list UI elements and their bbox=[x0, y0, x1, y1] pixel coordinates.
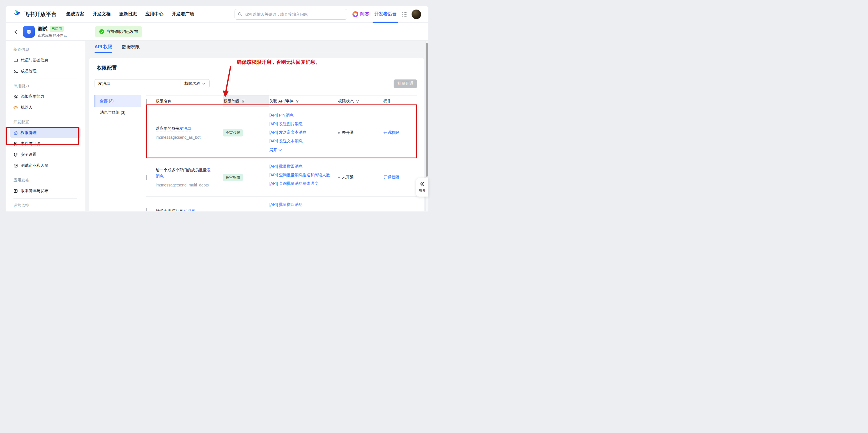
permission-search-input[interactable] bbox=[95, 80, 180, 88]
api-link[interactable]: [API] 批量撤回消息 bbox=[269, 200, 338, 209]
nav-links: 集成方案 开发文档 更新日志 应用中心 开发者广场 bbox=[66, 11, 194, 17]
qa-label: 问答 bbox=[360, 11, 369, 17]
nav-link-integration[interactable]: 集成方案 bbox=[66, 11, 84, 17]
top-navbar: 飞书开放平台 集成方案 开发文档 更新日志 应用中心 开发者广场 问答 bbox=[6, 6, 428, 23]
qa-ring-icon bbox=[352, 11, 358, 17]
api-link[interactable]: [API] 发送图片消息 bbox=[269, 120, 338, 128]
back-icon[interactable] bbox=[13, 29, 19, 34]
active-tab-underline bbox=[373, 22, 398, 23]
chevron-down-icon bbox=[202, 83, 205, 85]
nav-link-app-center[interactable]: 应用中心 bbox=[145, 11, 163, 17]
table-row: 给一个或多个部门的成员批量发消息 im:message:send_multi_d… bbox=[146, 158, 417, 197]
search-field-select[interactable]: 权限名称 bbox=[180, 80, 209, 88]
nav-link-docs[interactable]: 开发文档 bbox=[93, 11, 111, 17]
app-name: 测试 bbox=[38, 26, 48, 32]
permission-table: 权限名称 权限等级 关联 API/事件 权限状态 bbox=[146, 95, 417, 211]
enable-permission-link[interactable]: 开通权限 bbox=[383, 130, 399, 135]
bookmark-plus-icon bbox=[13, 142, 18, 146]
feishu-logo-icon bbox=[13, 9, 21, 19]
api-link[interactable]: [API] 查询批量消息推送和阅读人数 bbox=[269, 171, 338, 179]
code-square-icon bbox=[13, 164, 18, 168]
app-window: 飞书开放平台 集成方案 开发文档 更新日志 应用中心 开发者广场 问答 bbox=[6, 6, 428, 211]
qa-entry[interactable]: 问答 bbox=[352, 11, 369, 17]
enable-permission-link[interactable]: 开通权限 bbox=[383, 175, 399, 179]
sidebar-section-dev-config: 开发配置 bbox=[10, 117, 81, 127]
table-header: 权限名称 权限等级 关联 API/事件 权限状态 bbox=[146, 95, 417, 107]
sidebar-section-release: 应用发布 bbox=[10, 175, 81, 185]
sidebar-item-credentials[interactable]: 凭证与基础信息 bbox=[10, 55, 81, 66]
col-permission-name: 权限名称 bbox=[156, 95, 223, 107]
main-content: API 权限 数据权限 权限配置 权限名称 批量开通 全部 bbox=[85, 41, 428, 211]
search-input[interactable] bbox=[235, 9, 347, 20]
credential-card-icon bbox=[13, 58, 18, 63]
search-icon bbox=[238, 12, 242, 18]
expand-panel-label: 展开 bbox=[418, 188, 426, 193]
app-icon bbox=[23, 26, 35, 38]
permission-code: im:message:send_as_bot bbox=[156, 134, 213, 140]
col-action: 操作 bbox=[383, 95, 417, 107]
sidebar-section-capability: 应用能力 bbox=[10, 81, 81, 91]
chevron-down-icon bbox=[279, 149, 282, 151]
sidebar-item-security[interactable]: 安全设置 bbox=[10, 149, 81, 160]
permission-name-cell: 以应用的身份发消息 im:message:send_as_bot bbox=[156, 125, 223, 140]
permission-name-link[interactable]: 给一个或多个部门的成员批量发消息 bbox=[156, 168, 211, 179]
col-permission-level: 权限等级 bbox=[223, 95, 269, 107]
global-search bbox=[235, 9, 347, 20]
sidebar-item-version-release[interactable]: 版本管理与发布 bbox=[10, 185, 81, 196]
col-permission-status: 权限状态 bbox=[338, 95, 383, 107]
nav-link-changelog[interactable]: 更新日志 bbox=[119, 11, 137, 17]
check-circle-icon bbox=[99, 29, 104, 34]
tab-api-permission[interactable]: API 权限 bbox=[95, 44, 112, 50]
api-link[interactable]: [API] Pin 消息 bbox=[269, 111, 338, 120]
sidebar-item-bot[interactable]: 机器人 bbox=[10, 102, 81, 113]
permission-name-link[interactable]: 给多个用户批量发消息 bbox=[156, 208, 195, 211]
sidebar-item-events[interactable]: 事件与回调 bbox=[10, 138, 81, 149]
filter-all[interactable]: 全部 (3) bbox=[95, 95, 142, 107]
sidebar-item-add-capability[interactable]: 添加应用能力 bbox=[10, 91, 81, 102]
status-cell: 未开通 bbox=[338, 130, 383, 135]
sidebar-section-basic: 基础信息 bbox=[10, 45, 81, 55]
row-checkbox[interactable] bbox=[146, 208, 147, 211]
status-dot bbox=[338, 177, 340, 178]
filter-funnel-icon[interactable] bbox=[241, 99, 245, 103]
row-checkbox[interactable] bbox=[146, 130, 147, 135]
filter-message-group[interactable]: 消息与群组 (3) bbox=[95, 107, 142, 118]
sidebar-divider bbox=[13, 198, 77, 199]
api-link[interactable]: [API] 查询批量消息推送和阅读 bbox=[269, 209, 338, 211]
filter-funnel-icon[interactable] bbox=[356, 99, 360, 103]
tab-data-permission[interactable]: 数据权限 bbox=[122, 44, 140, 50]
api-link[interactable]: [API] 查询批量消息整体进度 bbox=[269, 179, 338, 188]
expand-panel-button[interactable]: 展开 bbox=[416, 178, 428, 197]
expand-apis-link[interactable]: 展开 bbox=[269, 146, 338, 154]
permission-card: 权限配置 权限名称 批量开通 全部 (3) 消息与群组 (3) bbox=[89, 58, 424, 211]
sidebar-item-members[interactable]: 成员管理 bbox=[10, 66, 81, 77]
bulk-enable-button[interactable]: 批量开通 bbox=[394, 80, 417, 88]
app-header: 测试 已启用 正式应用@环界云 当前修改均已发布 bbox=[6, 23, 428, 41]
tab-developer-console[interactable]: 开发者后台 bbox=[374, 6, 397, 23]
api-link[interactable]: [API] 发送富文本消息 bbox=[269, 128, 338, 137]
shield-check-icon bbox=[13, 152, 18, 157]
avatar[interactable] bbox=[411, 9, 421, 19]
brand[interactable]: 飞书开放平台 bbox=[13, 9, 57, 19]
api-link[interactable]: [API] 发送文本消息 bbox=[269, 137, 338, 145]
sidebar-item-test-enterprise[interactable]: 测试企业和人员 bbox=[10, 160, 81, 171]
publish-status-text: 当前修改均已发布 bbox=[106, 29, 138, 34]
annotation-text: 确保该权限开启，否则无法回复消息。 bbox=[237, 59, 320, 65]
apps-grid-icon[interactable] bbox=[402, 12, 406, 17]
sidebar-item-permissions[interactable]: 权限管理 bbox=[10, 127, 81, 138]
app-subtitle: 正式应用@环界云 bbox=[38, 33, 67, 38]
filter-funnel-icon[interactable] bbox=[296, 99, 299, 103]
row-checkbox[interactable] bbox=[146, 175, 147, 180]
sidebar: 基础信息 凭证与基础信息 成员管理 应用能力 添加应用能力 机器人 开发配置 bbox=[6, 41, 85, 211]
related-api-cell: [API] 批量撤回消息 [API] 查询批量消息推送和阅读 bbox=[269, 197, 338, 211]
api-link[interactable]: [API] 批量撤回消息 bbox=[269, 162, 338, 171]
grid-plus-icon bbox=[13, 94, 18, 99]
select-all-checkbox[interactable] bbox=[146, 99, 147, 104]
nav-link-dev-plaza[interactable]: 开发者广场 bbox=[172, 11, 194, 17]
sidebar-section-monitoring: 运营监控 bbox=[10, 201, 81, 211]
page-title: 权限配置 bbox=[97, 65, 117, 71]
col-related-api: 关联 API/事件 bbox=[269, 95, 338, 107]
upload-square-icon bbox=[13, 189, 18, 193]
permission-name-link[interactable]: 以应用的身份发消息 bbox=[156, 126, 191, 132]
scrollbar-thumb[interactable] bbox=[426, 43, 428, 177]
